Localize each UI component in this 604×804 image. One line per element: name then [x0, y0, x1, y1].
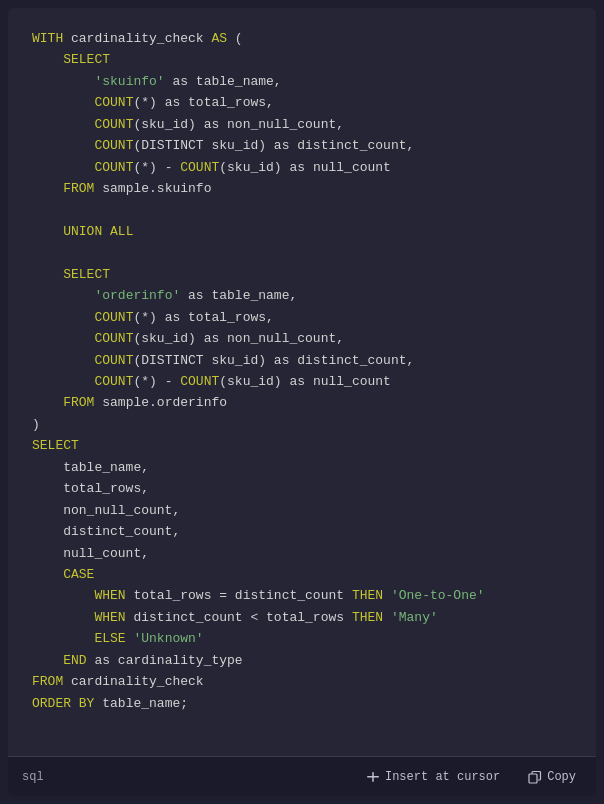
footer-actions: Insert at cursor Copy — [360, 766, 582, 788]
insert-icon — [366, 770, 380, 784]
code-block: WITH cardinality_check AS ( SELECT 'skui… — [32, 28, 572, 714]
code-container: WITH cardinality_check AS ( SELECT 'skui… — [8, 8, 596, 756]
language-label: sql — [22, 770, 44, 784]
insert-at-cursor-label: Insert at cursor — [385, 770, 500, 784]
insert-at-cursor-button[interactable]: Insert at cursor — [360, 766, 506, 788]
copy-icon — [528, 770, 542, 784]
svg-rect-2 — [529, 774, 537, 783]
copy-label: Copy — [547, 770, 576, 784]
svg-rect-1 — [372, 772, 374, 782]
copy-button[interactable]: Copy — [522, 766, 582, 788]
footer: sql Insert at cursor Copy — [8, 756, 596, 796]
